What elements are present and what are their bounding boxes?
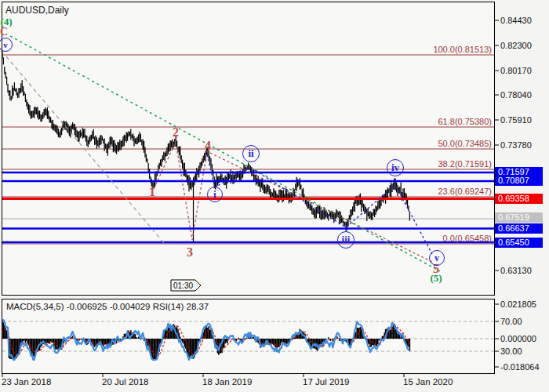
subwave-label-iii: iii bbox=[337, 231, 354, 249]
symbol-timeframe-label: AUDUSD,Daily bbox=[5, 5, 69, 16]
price-badge: 0.65450 bbox=[495, 238, 543, 248]
wave-label-1: 1 bbox=[149, 185, 155, 199]
fib-level-label: 100.0(0.81513) bbox=[335, 45, 492, 54]
price-axis-label: 0.80170 bbox=[500, 66, 532, 75]
indicator-axis-label: 70.00 bbox=[500, 317, 522, 326]
wave-label-2: 2 bbox=[173, 125, 179, 140]
subwave-label-v: v bbox=[429, 250, 445, 266]
indicator-axis-label: 0.021805 bbox=[500, 299, 536, 309]
wave-degree-label: (4) bbox=[0, 16, 12, 28]
time-axis-label: 15 Jan 2020 bbox=[403, 377, 453, 387]
fib-level-label: 23.6(0.69247) bbox=[335, 187, 492, 196]
price-axis-label: 0.73780 bbox=[500, 140, 532, 150]
fib-level-label: 0.0(0.65458) bbox=[335, 234, 492, 243]
indicator-axis-label: 30.00 bbox=[500, 347, 522, 356]
wave-label-3: 3 bbox=[187, 245, 193, 260]
price-badge: 0.66637 bbox=[495, 223, 543, 234]
price-badge: 0.67519 bbox=[495, 212, 543, 223]
subwave-label-i: i bbox=[207, 187, 223, 202]
indicator-axis-label: -0.018064 bbox=[500, 362, 540, 372]
price-axis-label: 0.78040 bbox=[500, 90, 532, 100]
price-axis-label: 0.84430 bbox=[500, 16, 532, 25]
fib-level-label: 61.8(0.75380) bbox=[335, 117, 492, 126]
price-badge: 0.69358 bbox=[495, 194, 543, 204]
price-axis-label: 0.63130 bbox=[500, 266, 532, 275]
price-axis-label: 0.75910 bbox=[500, 115, 532, 125]
subwave-label-iv: iv bbox=[387, 159, 404, 176]
price-badge: 0.70807 bbox=[495, 176, 543, 186]
time-axis-label: 18 Jan 2019 bbox=[202, 377, 252, 387]
labels-overlay: 01:300.844300.823000.801700.780400.75910… bbox=[0, 0, 549, 392]
subwave-label-v: v bbox=[0, 38, 13, 52]
time-separator-tag-label: 01:30 bbox=[173, 281, 193, 290]
fib-level-label: 38.2(0.71591) bbox=[335, 159, 492, 169]
subwave-label-ii: ii bbox=[242, 145, 260, 162]
price-axis-label: 0.82300 bbox=[500, 41, 532, 50]
mt4-chart-window: 01:300.844300.823000.801700.780400.75910… bbox=[0, 0, 549, 392]
indicator-axis-label: 0.000000 bbox=[500, 334, 536, 343]
wave-degree-label: (5) bbox=[430, 272, 442, 285]
time-axis-label: 20 Jul 2018 bbox=[102, 377, 148, 387]
time-axis-label: 23 Jan 2018 bbox=[2, 377, 51, 387]
time-axis-label: 17 Jul 2019 bbox=[303, 377, 349, 387]
fib-level-label: 50.0(0.73485) bbox=[335, 139, 492, 148]
wave-label-4: 4 bbox=[205, 139, 211, 153]
indicator-values-label: MACD(5,34,5) -0.006925 -0.004029 RSI(14)… bbox=[6, 302, 209, 311]
